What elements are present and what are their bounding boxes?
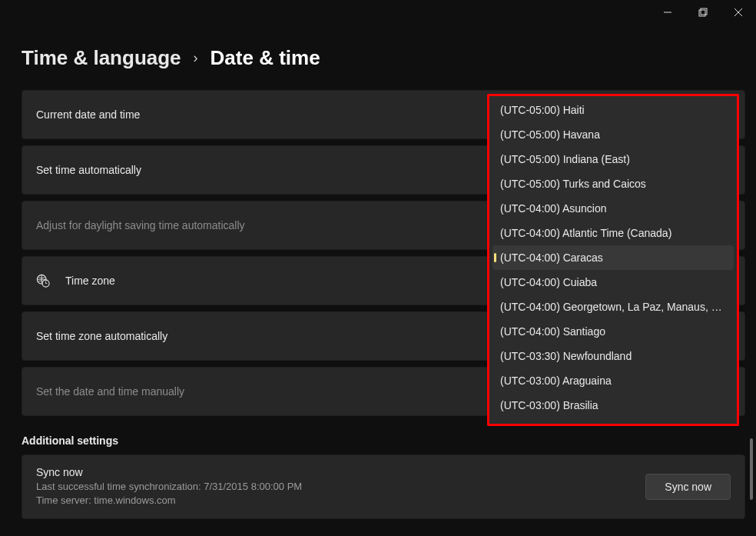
- additional-settings-heading: Additional settings: [22, 434, 745, 447]
- svg-rect-1: [699, 10, 705, 16]
- minimize-button[interactable]: [650, 0, 685, 25]
- svg-rect-2: [701, 8, 707, 15]
- minimize-icon: [663, 8, 672, 17]
- timezone-option[interactable]: (UTC-05:00) Havana: [489, 122, 737, 147]
- timezone-option[interactable]: (UTC-03:30) Newfoundland: [489, 344, 737, 368]
- sync-now-title: Sync now: [36, 466, 645, 478]
- close-button[interactable]: [721, 0, 756, 25]
- window-scrollbar[interactable]: [748, 92, 754, 523]
- timezone-option[interactable]: (UTC-05:00) Turks and Caicos: [489, 171, 737, 196]
- breadcrumb: Time & language › Date & time: [22, 46, 745, 70]
- sync-server-text: Time server: time.windows.com: [36, 494, 645, 508]
- timezone-option[interactable]: (UTC-04:00) Atlantic Time (Canada): [489, 221, 737, 245]
- sync-now-button[interactable]: Sync now: [645, 474, 731, 500]
- globe-clock-icon: [36, 274, 50, 288]
- timezone-option[interactable]: (UTC-04:00) Caracas: [492, 245, 734, 270]
- timezone-option[interactable]: (UTC-04:00) Asuncion: [489, 196, 737, 221]
- svg-point-8: [42, 280, 49, 287]
- maximize-button[interactable]: [685, 0, 721, 25]
- timezone-option[interactable]: (UTC-05:00) Indiana (East): [489, 147, 737, 171]
- close-icon: [734, 8, 743, 17]
- timezone-option[interactable]: (UTC-05:00) Haiti: [489, 98, 737, 122]
- timezone-option[interactable]: (UTC-04:00) Santiago: [489, 319, 737, 344]
- sync-now-card: Sync now Last successful time synchroniz…: [22, 454, 745, 519]
- sync-last-sync-text: Last successful time synchronization: 7/…: [36, 480, 645, 494]
- timezone-option[interactable]: (UTC-04:00) Cuiaba: [489, 270, 737, 295]
- chevron-right-icon: ›: [194, 50, 198, 66]
- timezone-option[interactable]: (UTC-03:00) Brasilia: [489, 393, 737, 418]
- timezone-option[interactable]: (UTC-03:00) Araguaina: [489, 368, 737, 393]
- timezone-option[interactable]: (UTC-04:00) Georgetown, La Paz, Manaus, …: [489, 295, 737, 319]
- timezone-dropdown-flyout[interactable]: (UTC-05:00) Haiti(UTC-05:00) Havana(UTC-…: [487, 94, 739, 426]
- breadcrumb-parent[interactable]: Time & language: [22, 46, 181, 70]
- maximize-icon: [698, 8, 708, 17]
- page-title: Date & time: [211, 46, 320, 70]
- scrollbar-thumb[interactable]: [750, 438, 753, 500]
